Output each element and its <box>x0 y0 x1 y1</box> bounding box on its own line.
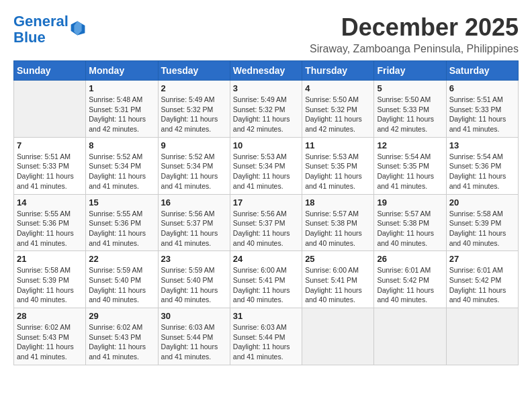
day-info: Sunrise: 5:52 AM Sunset: 5:34 PM Dayligh… <box>161 152 227 191</box>
day-number: 22 <box>89 254 154 264</box>
calendar-cell: 11Sunrise: 5:53 AM Sunset: 5:35 PM Dayli… <box>302 137 374 194</box>
day-info: Sunrise: 6:02 AM Sunset: 5:43 PM Dayligh… <box>89 322 154 362</box>
day-number: 31 <box>233 311 299 321</box>
day-info: Sunrise: 5:55 AM Sunset: 5:36 PM Dayligh… <box>89 209 154 248</box>
day-info: Sunrise: 5:58 AM Sunset: 5:39 PM Dayligh… <box>449 209 515 248</box>
week-row-1: 1Sunrise: 5:48 AM Sunset: 5:31 PM Daylig… <box>14 81 519 138</box>
calendar-cell: 4Sunrise: 5:50 AM Sunset: 5:32 PM Daylig… <box>302 81 374 138</box>
calendar-cell: 13Sunrise: 5:54 AM Sunset: 5:36 PM Dayli… <box>446 137 518 194</box>
day-number: 21 <box>17 254 83 264</box>
day-number: 3 <box>233 83 299 93</box>
day-number: 7 <box>17 140 83 150</box>
day-number: 8 <box>89 140 154 150</box>
day-number: 24 <box>233 254 299 264</box>
calendar-cell: 17Sunrise: 5:56 AM Sunset: 5:37 PM Dayli… <box>230 194 302 251</box>
day-number: 23 <box>161 254 227 264</box>
day-number: 6 <box>449 83 515 93</box>
weekday-header-saturday: Saturday <box>446 61 518 81</box>
calendar-cell <box>446 308 518 365</box>
day-number: 19 <box>377 197 443 208</box>
calendar-cell: 9Sunrise: 5:52 AM Sunset: 5:34 PM Daylig… <box>158 137 230 194</box>
day-number: 18 <box>305 197 371 208</box>
day-info: Sunrise: 5:57 AM Sunset: 5:38 PM Dayligh… <box>305 209 371 248</box>
day-number: 5 <box>377 83 443 93</box>
day-info: Sunrise: 5:58 AM Sunset: 5:39 PM Dayligh… <box>17 265 83 305</box>
day-info: Sunrise: 5:49 AM Sunset: 5:32 PM Dayligh… <box>233 95 299 134</box>
day-number: 20 <box>449 197 515 208</box>
calendar-cell <box>14 81 86 138</box>
day-number: 17 <box>233 197 299 208</box>
calendar-cell: 23Sunrise: 5:59 AM Sunset: 5:40 PM Dayli… <box>158 251 230 308</box>
day-info: Sunrise: 5:59 AM Sunset: 5:40 PM Dayligh… <box>89 265 154 305</box>
day-number: 12 <box>377 140 443 150</box>
day-number: 10 <box>233 140 299 150</box>
calendar-cell <box>374 308 446 365</box>
calendar-cell: 31Sunrise: 6:03 AM Sunset: 5:44 PM Dayli… <box>230 308 302 365</box>
page-header: GeneralBlue December 2025 Siraway, Zambo… <box>13 13 519 55</box>
day-info: Sunrise: 5:54 AM Sunset: 5:36 PM Dayligh… <box>449 152 515 191</box>
day-number: 4 <box>305 83 371 93</box>
weekday-header-sunday: Sunday <box>14 61 86 81</box>
day-info: Sunrise: 5:59 AM Sunset: 5:40 PM Dayligh… <box>161 265 227 305</box>
day-info: Sunrise: 5:53 AM Sunset: 5:35 PM Dayligh… <box>305 152 371 191</box>
logo-text: GeneralBlue <box>13 13 69 46</box>
day-info: Sunrise: 6:02 AM Sunset: 5:43 PM Dayligh… <box>17 322 83 362</box>
day-number: 13 <box>449 140 515 150</box>
calendar-table: SundayMondayTuesdayWednesdayThursdayFrid… <box>13 60 519 365</box>
day-info: Sunrise: 5:50 AM Sunset: 5:32 PM Dayligh… <box>305 95 371 134</box>
day-info: Sunrise: 5:52 AM Sunset: 5:34 PM Dayligh… <box>89 152 154 191</box>
day-info: Sunrise: 5:56 AM Sunset: 5:37 PM Dayligh… <box>161 209 227 248</box>
weekday-header-tuesday: Tuesday <box>158 61 230 81</box>
calendar-cell: 7Sunrise: 5:51 AM Sunset: 5:33 PM Daylig… <box>14 137 86 194</box>
calendar-cell: 12Sunrise: 5:54 AM Sunset: 5:35 PM Dayli… <box>374 137 446 194</box>
week-row-4: 21Sunrise: 5:58 AM Sunset: 5:39 PM Dayli… <box>14 251 519 308</box>
calendar-cell: 30Sunrise: 6:03 AM Sunset: 5:44 PM Dayli… <box>158 308 230 365</box>
day-number: 14 <box>17 197 83 208</box>
month-title: December 2025 <box>310 13 519 42</box>
week-row-5: 28Sunrise: 6:02 AM Sunset: 5:43 PM Dayli… <box>14 308 519 365</box>
calendar-cell: 10Sunrise: 5:53 AM Sunset: 5:34 PM Dayli… <box>230 137 302 194</box>
day-number: 30 <box>161 311 227 321</box>
calendar-cell: 16Sunrise: 5:56 AM Sunset: 5:37 PM Dayli… <box>158 194 230 251</box>
day-number: 26 <box>377 254 443 264</box>
calendar-cell: 22Sunrise: 5:59 AM Sunset: 5:40 PM Dayli… <box>86 251 158 308</box>
day-info: Sunrise: 5:49 AM Sunset: 5:32 PM Dayligh… <box>161 95 227 134</box>
day-number: 9 <box>161 140 227 150</box>
calendar-cell: 19Sunrise: 5:57 AM Sunset: 5:38 PM Dayli… <box>374 194 446 251</box>
calendar-cell: 21Sunrise: 5:58 AM Sunset: 5:39 PM Dayli… <box>14 251 86 308</box>
week-row-3: 14Sunrise: 5:55 AM Sunset: 5:36 PM Dayli… <box>14 194 519 251</box>
calendar-cell: 2Sunrise: 5:49 AM Sunset: 5:32 PM Daylig… <box>158 81 230 138</box>
day-info: Sunrise: 5:56 AM Sunset: 5:37 PM Dayligh… <box>233 209 299 248</box>
calendar-cell: 18Sunrise: 5:57 AM Sunset: 5:38 PM Dayli… <box>302 194 374 251</box>
calendar-cell: 20Sunrise: 5:58 AM Sunset: 5:39 PM Dayli… <box>446 194 518 251</box>
day-info: Sunrise: 5:55 AM Sunset: 5:36 PM Dayligh… <box>17 209 83 248</box>
calendar-cell: 15Sunrise: 5:55 AM Sunset: 5:36 PM Dayli… <box>86 194 158 251</box>
day-number: 2 <box>161 83 227 93</box>
day-info: Sunrise: 5:57 AM Sunset: 5:38 PM Dayligh… <box>377 209 443 248</box>
week-row-2: 7Sunrise: 5:51 AM Sunset: 5:33 PM Daylig… <box>14 137 519 194</box>
logo-icon <box>70 20 86 36</box>
day-info: Sunrise: 5:51 AM Sunset: 5:33 PM Dayligh… <box>449 95 515 134</box>
calendar-cell: 24Sunrise: 6:00 AM Sunset: 5:41 PM Dayli… <box>230 251 302 308</box>
day-number: 1 <box>89 83 154 93</box>
day-number: 29 <box>89 311 154 321</box>
day-info: Sunrise: 5:51 AM Sunset: 5:33 PM Dayligh… <box>17 152 83 191</box>
calendar-cell: 29Sunrise: 6:02 AM Sunset: 5:43 PM Dayli… <box>86 308 158 365</box>
day-number: 15 <box>89 197 154 208</box>
weekday-header-row: SundayMondayTuesdayWednesdayThursdayFrid… <box>14 61 519 81</box>
title-block: December 2025 Siraway, Zamboanga Peninsu… <box>310 13 519 55</box>
day-info: Sunrise: 5:54 AM Sunset: 5:35 PM Dayligh… <box>377 152 443 191</box>
day-number: 27 <box>449 254 515 264</box>
weekday-header-friday: Friday <box>374 61 446 81</box>
calendar-cell: 28Sunrise: 6:02 AM Sunset: 5:43 PM Dayli… <box>14 308 86 365</box>
day-number: 16 <box>161 197 227 208</box>
day-number: 25 <box>305 254 371 264</box>
weekday-header-monday: Monday <box>86 61 158 81</box>
calendar-cell: 25Sunrise: 6:00 AM Sunset: 5:41 PM Dayli… <box>302 251 374 308</box>
weekday-header-wednesday: Wednesday <box>230 61 302 81</box>
calendar-cell <box>302 308 374 365</box>
calendar-cell: 26Sunrise: 6:01 AM Sunset: 5:42 PM Dayli… <box>374 251 446 308</box>
calendar-cell: 1Sunrise: 5:48 AM Sunset: 5:31 PM Daylig… <box>86 81 158 138</box>
day-info: Sunrise: 5:50 AM Sunset: 5:33 PM Dayligh… <box>377 95 443 134</box>
day-info: Sunrise: 5:53 AM Sunset: 5:34 PM Dayligh… <box>233 152 299 191</box>
